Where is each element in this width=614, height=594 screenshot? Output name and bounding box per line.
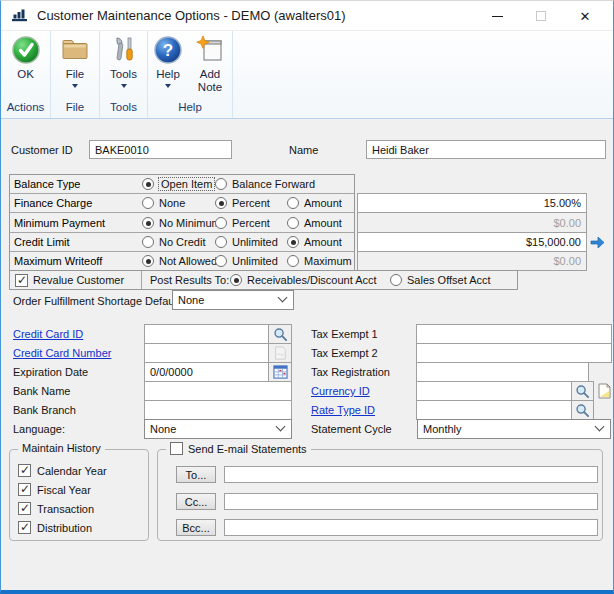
finance-charge-value-field[interactable]: 15.00% <box>357 193 587 213</box>
finance-charge-label: Finance Charge <box>14 197 92 209</box>
statement-cycle-label: Statement Cycle <box>311 423 392 435</box>
radio-writeoff-unlimited-label: Unlimited <box>232 255 278 267</box>
bcc-field[interactable] <box>224 519 598 536</box>
radio-open-item-label: Open Item <box>159 178 214 190</box>
maintain-history-group: Maintain History Calendar Year Fiscal Ye… <box>9 449 149 541</box>
currency-id-lookup-button[interactable] <box>571 381 594 401</box>
radio-writeoff-not-allowed-label: Not Allowed <box>159 255 217 267</box>
options-table: Balance Type Open Item Balance Forward F… <box>9 174 355 271</box>
add-note-button[interactable]: Add Note <box>189 35 231 101</box>
bcc-button[interactable]: Bcc... <box>176 519 216 536</box>
credit-card-id-field[interactable] <box>144 324 269 344</box>
credit-limit-value-field[interactable]: $15,000.00 <box>357 232 587 252</box>
transaction-checkbox[interactable] <box>18 502 31 515</box>
expiration-date-field[interactable]: 0/0/0000 <box>144 362 269 382</box>
chevron-down-icon <box>121 84 127 88</box>
radio-open-item[interactable] <box>142 178 154 190</box>
close-button[interactable]: ✕ <box>563 1 607 31</box>
order-fulfillment-dropdown[interactable]: None <box>172 290 294 310</box>
email-statements-group: Send E-mail Statements To... Cc... Bcc..… <box>157 449 603 541</box>
to-button[interactable]: To... <box>176 466 216 483</box>
radio-finance-percent[interactable] <box>215 197 227 209</box>
revalue-customer-label: Revalue Customer <box>33 274 124 286</box>
radio-finance-none[interactable] <box>142 197 154 209</box>
language-label: Language: <box>13 423 65 435</box>
rate-type-id-link[interactable]: Rate Type ID <box>311 404 375 416</box>
cc-button[interactable]: Cc... <box>176 493 216 510</box>
credit-card-id-lookup-button[interactable] <box>268 324 292 344</box>
minimize-button[interactable] <box>475 1 519 31</box>
file-button[interactable]: File <box>60 35 90 101</box>
fiscal-year-checkbox[interactable] <box>18 483 31 496</box>
bank-branch-field[interactable] <box>144 400 292 420</box>
radio-minpay-amount-label: Amount <box>304 217 342 229</box>
maximum-writeoff-label: Maximum Writeoff <box>14 255 102 267</box>
tools-button[interactable]: Tools <box>109 35 139 101</box>
customer-id-field[interactable]: BAKE0010 <box>89 140 232 159</box>
tax-registration-field[interactable] <box>416 362 589 382</box>
rate-type-id-lookup-button[interactable] <box>571 400 594 420</box>
help-button[interactable]: ? Help <box>149 35 187 101</box>
tools-button-label: Tools <box>110 68 137 81</box>
language-value: None <box>150 423 176 435</box>
minimum-payment-label: Minimum Payment <box>14 217 105 229</box>
statement-cycle-dropdown[interactable]: Monthly <box>417 419 611 439</box>
radio-credit-no-credit[interactable] <box>142 236 154 248</box>
rate-type-id-field[interactable] <box>416 400 572 420</box>
chevron-down-icon <box>165 84 171 88</box>
radio-credit-unlimited[interactable] <box>215 236 227 248</box>
radio-minpay-no-minimum[interactable] <box>142 217 154 229</box>
radio-post-receivables[interactable] <box>230 274 242 286</box>
revalue-customer-checkbox[interactable] <box>15 274 28 287</box>
name-label: Name <box>289 144 318 156</box>
magnifier-icon <box>273 327 288 342</box>
add-note-button-label: Add Note <box>193 68 227 94</box>
file-button-label: File <box>66 68 85 81</box>
close-icon: ✕ <box>580 10 591 23</box>
to-field[interactable] <box>224 466 598 483</box>
radio-minpay-percent[interactable] <box>215 217 227 229</box>
name-field[interactable]: Heidi Baker <box>366 140 606 159</box>
magnifier-icon <box>575 403 590 418</box>
currency-id-note-button[interactable] <box>596 383 612 399</box>
language-dropdown[interactable]: None <box>144 419 292 439</box>
maximum-writeoff-row: Maximum Writeoff Not Allowed Unlimited M… <box>10 252 354 270</box>
note-icon <box>597 383 612 399</box>
radio-writeoff-not-allowed[interactable] <box>142 255 154 267</box>
bar-chart-icon <box>11 7 28 24</box>
credit-card-id-link[interactable]: Credit Card ID <box>13 328 83 340</box>
radio-post-sales-offset[interactable] <box>390 274 402 286</box>
ribbon-group-label-file: File <box>51 101 99 118</box>
radio-finance-amount[interactable] <box>287 197 299 209</box>
radio-minpay-no-minimum-label: No Minimum <box>159 217 221 229</box>
tax-exempt-2-field[interactable] <box>416 343 612 363</box>
currency-id-field[interactable] <box>416 381 572 401</box>
send-email-statements-label: Send E-mail Statements <box>188 443 307 455</box>
folder-icon <box>60 35 90 65</box>
cc-field[interactable] <box>224 493 598 510</box>
tax-exempt-1-label: Tax Exempt 1 <box>311 328 378 340</box>
credit-card-number-link[interactable]: Credit Card Number <box>13 347 111 359</box>
expiration-date-calendar-button[interactable] <box>268 362 292 382</box>
divider <box>141 271 142 289</box>
calendar-year-label: Calendar Year <box>37 465 107 477</box>
currency-id-link[interactable]: Currency ID <box>311 385 370 397</box>
bank-branch-label: Bank Branch <box>13 404 76 416</box>
maximize-button[interactable] <box>519 1 563 31</box>
credit-card-number-field[interactable] <box>144 343 269 363</box>
calendar-year-checkbox[interactable] <box>18 464 31 477</box>
radio-balance-forward[interactable] <box>215 178 227 190</box>
chevron-down-icon <box>72 84 78 88</box>
send-email-statements-checkbox[interactable] <box>170 442 183 455</box>
tax-exempt-1-field[interactable] <box>416 324 612 344</box>
distribution-checkbox[interactable] <box>18 521 31 534</box>
radio-credit-amount[interactable] <box>287 236 299 248</box>
radio-minpay-amount[interactable] <box>287 217 299 229</box>
bank-name-field[interactable] <box>144 381 292 401</box>
radio-writeoff-maximum[interactable] <box>287 255 299 267</box>
radio-writeoff-unlimited[interactable] <box>215 255 227 267</box>
ok-button[interactable]: OK <box>11 35 41 101</box>
ribbon-group-tools: Tools Tools <box>100 31 148 118</box>
credit-limit-expansion-button[interactable] <box>589 234 605 250</box>
customer-id-label: Customer ID <box>11 144 73 156</box>
